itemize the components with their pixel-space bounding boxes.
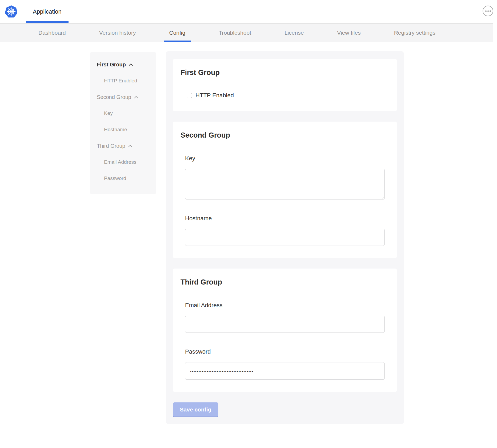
config-group-card-first-group: First GroupHTTP Enabled: [173, 59, 397, 111]
sidebar-item-first-group[interactable]: First Group: [90, 61, 156, 69]
field-hostname: Hostname: [185, 215, 385, 246]
ellipsis-menu-button[interactable]: [483, 6, 493, 16]
password-input[interactable]: [185, 362, 385, 380]
sidebar-item-label: Key: [104, 109, 113, 117]
save-config-button[interactable]: Save config: [173, 402, 218, 417]
nav-tab-config[interactable]: Config: [164, 24, 191, 42]
field-label: Password: [185, 348, 385, 355]
hostname-input[interactable]: [185, 229, 385, 246]
app-nav-bar: DashboardVersion historyConfigTroublesho…: [0, 23, 493, 42]
config-group-card-second-group: Second GroupKeyHostname: [173, 122, 397, 258]
checkbox-label: HTTP Enabled: [195, 92, 234, 99]
ellipsis-icon: [485, 10, 487, 12]
sidebar-item-hostname[interactable]: Hostname: [90, 126, 156, 134]
group-title: First Group: [181, 68, 385, 77]
nav-tab-registry-settings[interactable]: Registry settings: [389, 24, 441, 42]
sidebar-item-label: First Group: [97, 61, 126, 69]
application-tab-underline: [26, 21, 69, 23]
group-title: Third Group: [181, 278, 385, 286]
field-label: Email Address: [185, 302, 385, 309]
field-password: Password: [185, 348, 385, 380]
field-label: Key: [185, 155, 385, 162]
config-sidebar: First GroupHTTP EnabledSecond GroupKeyHo…: [90, 52, 156, 194]
sidebar-item-label: HTTP Enabled: [104, 77, 137, 85]
sidebar-item-password[interactable]: Password: [90, 174, 156, 182]
sidebar-item-label: Password: [104, 174, 126, 182]
sidebar-item-key[interactable]: Key: [90, 109, 156, 117]
sidebar-item-label: Hostname: [104, 126, 127, 134]
sidebar-item-label: Third Group: [97, 142, 125, 150]
sidebar-item-label: Second Group: [97, 93, 131, 101]
sidebar-item-http-enabled[interactable]: HTTP Enabled: [90, 77, 156, 85]
sidebar-item-second-group[interactable]: Second Group: [90, 93, 156, 101]
chevron-up-icon: [134, 96, 138, 99]
top-bar: Application: [0, 0, 497, 23]
application-tab-label: Application: [33, 8, 62, 15]
kubernetes-logo-icon: [4, 5, 18, 19]
sidebar-item-label: Email Address: [104, 158, 136, 166]
chevron-up-icon: [129, 63, 133, 66]
config-form-panel: First GroupHTTP EnabledSecond GroupKeyHo…: [166, 51, 404, 424]
nav-tab-license[interactable]: License: [279, 24, 309, 42]
email-address-input[interactable]: [185, 316, 385, 333]
chevron-up-icon: [128, 145, 133, 147]
nav-tab-version-history[interactable]: Version history: [94, 24, 141, 42]
application-tab[interactable]: Application: [26, 0, 69, 23]
http-enabled-checkbox[interactable]: [187, 93, 192, 98]
sidebar-item-third-group[interactable]: Third Group: [90, 142, 156, 150]
sidebar-item-email-address[interactable]: Email Address: [90, 158, 156, 166]
checkbox-field-http-enabled: HTTP Enabled: [187, 92, 385, 99]
field-email-address: Email Address: [185, 302, 385, 333]
group-title: Second Group: [181, 131, 385, 139]
field-key: Key: [185, 155, 385, 199]
config-groups: First GroupHTTP EnabledSecond GroupKeyHo…: [173, 59, 397, 392]
nav-tab-view-files[interactable]: View files: [332, 24, 366, 42]
config-group-card-third-group: Third GroupEmail AddressPassword: [173, 269, 397, 392]
key-input[interactable]: [185, 169, 385, 199]
field-label: Hostname: [185, 215, 385, 222]
nav-tab-dashboard[interactable]: Dashboard: [33, 24, 71, 42]
nav-tab-troubleshoot[interactable]: Troubleshoot: [213, 24, 256, 42]
config-page: First GroupHTTP EnabledSecond GroupKeyHo…: [0, 42, 497, 424]
